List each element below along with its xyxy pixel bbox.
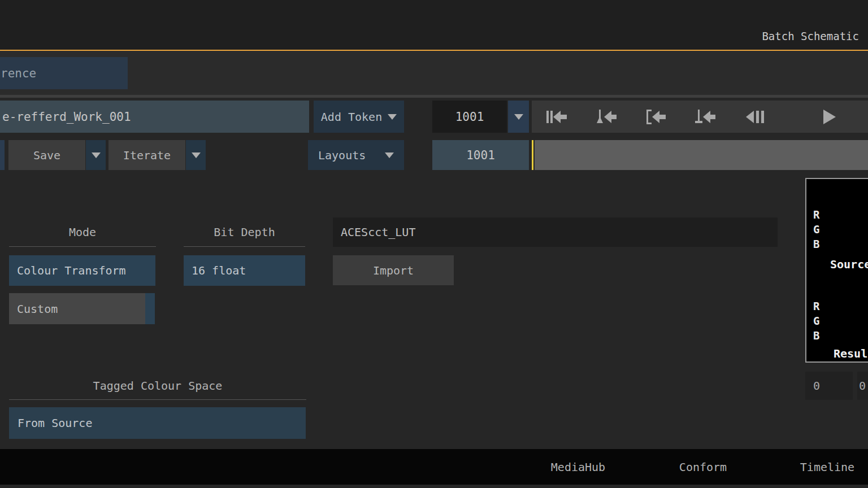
colour-curves-panel[interactable]: R G B Source R G B Result	[805, 178, 868, 363]
mode-selected-label: Colour Transform	[17, 264, 126, 277]
timeline-bar[interactable]	[535, 140, 868, 170]
frame-dropdown-button[interactable]	[508, 101, 529, 133]
import-button[interactable]: Import	[333, 255, 454, 285]
mode-option-custom[interactable]: Custom	[9, 293, 145, 324]
chevron-down-icon	[388, 114, 397, 120]
step-back-button[interactable]	[743, 107, 767, 127]
chevron-down-icon	[192, 152, 201, 158]
footer-strip	[0, 485, 868, 488]
iterate-button[interactable]: Iterate	[108, 140, 185, 170]
mode-underline	[9, 246, 156, 247]
tab-mediahub[interactable]: MediaHub	[516, 449, 640, 485]
curve-value-field-y[interactable]: 0	[857, 372, 868, 400]
tab-mediahub-label: MediaHub	[551, 460, 605, 474]
previous-keyframe-button[interactable]	[594, 107, 619, 127]
reference-button[interactable]: rence	[0, 57, 128, 89]
transport-controls	[532, 101, 868, 133]
previous-cut-button[interactable]	[643, 107, 668, 127]
mode-label: Mode	[9, 224, 156, 240]
iterate-dropdown-button[interactable]	[186, 140, 206, 170]
tab-conform[interactable]: Conform	[641, 449, 765, 485]
channel-b: B	[813, 237, 819, 251]
lut-name-field[interactable]: ACEScct_LUT	[333, 217, 778, 247]
chevron-down-icon	[385, 152, 394, 158]
curve-value-y: 0	[859, 379, 866, 393]
previous-marker-icon	[694, 108, 717, 125]
previous-keyframe-icon	[595, 108, 618, 125]
frame-number-value: 1001	[455, 110, 484, 124]
step-back-icon	[744, 108, 766, 125]
iterate-label: Iterate	[123, 149, 171, 162]
sub-bar: rence	[0, 51, 868, 95]
view-title: Batch Schematic	[762, 30, 859, 42]
curve-value-field-x[interactable]: 0	[805, 372, 853, 400]
play-button[interactable]	[815, 107, 840, 127]
channel-r: R	[813, 207, 819, 222]
layouts-label: Layouts	[318, 149, 366, 162]
mode-custom-label: Custom	[17, 302, 58, 316]
channel-r: R	[813, 299, 819, 313]
chevron-down-icon	[514, 114, 523, 120]
previous-marker-button[interactable]	[693, 107, 718, 127]
channel-b: B	[813, 328, 819, 343]
save-label: Save	[33, 149, 60, 162]
edge-button-partial[interactable]	[0, 140, 5, 170]
source-caption: Source	[830, 258, 868, 271]
horizontal-divider	[0, 95, 868, 98]
bit-depth-underline	[184, 246, 305, 247]
result-channels: R G B	[813, 299, 819, 343]
frame-number-field[interactable]: 1001	[432, 101, 507, 133]
goto-start-button[interactable]	[544, 107, 569, 127]
channel-g: G	[813, 222, 819, 237]
timeline-strip[interactable]	[531, 140, 868, 170]
add-token-label: Add Token	[321, 110, 382, 124]
play-icon	[817, 108, 839, 125]
tagged-colour-space-dropdown[interactable]: From Source	[9, 407, 306, 439]
current-frame-value: 1001	[466, 149, 495, 162]
lut-name-value: ACEScct_LUT	[341, 225, 415, 239]
tagged-colour-space-label: Tagged Colour Space	[9, 378, 306, 394]
save-button[interactable]: Save	[8, 140, 85, 170]
bottom-bar: MediaHub Conform Timeline	[0, 449, 868, 485]
bit-depth-label: Bit Depth	[184, 224, 305, 240]
bit-depth-value: 16 float	[192, 264, 246, 277]
tab-timeline-label: Timeline	[800, 460, 854, 474]
curve-value-x: 0	[813, 379, 820, 393]
add-token-button[interactable]: Add Token	[314, 101, 404, 133]
clip-name-input[interactable]	[0, 101, 309, 133]
tagged-colour-space-underline	[9, 399, 306, 400]
result-caption: Result	[834, 347, 868, 360]
previous-cut-icon	[644, 108, 667, 125]
channel-g: G	[813, 313, 819, 328]
mode-option-colour-transform[interactable]: Colour Transform	[9, 255, 155, 286]
goto-start-icon	[545, 108, 568, 125]
layouts-dropdown[interactable]: Layouts	[308, 140, 404, 170]
tab-conform-label: Conform	[679, 460, 727, 474]
bit-depth-dropdown[interactable]: 16 float	[184, 255, 305, 286]
playhead[interactable]	[532, 140, 533, 170]
import-label: Import	[373, 264, 414, 277]
reference-button-label: rence	[1, 67, 36, 80]
chevron-down-icon	[92, 152, 101, 158]
current-frame-field[interactable]: 1001	[432, 140, 529, 170]
tab-timeline[interactable]: Timeline	[765, 449, 868, 485]
source-channels: R G B	[813, 207, 819, 251]
tagged-colour-space-value: From Source	[18, 416, 92, 430]
mode-custom-accent	[145, 293, 155, 324]
save-dropdown-button[interactable]	[86, 140, 106, 170]
top-bar: Batch Schematic	[0, 0, 868, 50]
